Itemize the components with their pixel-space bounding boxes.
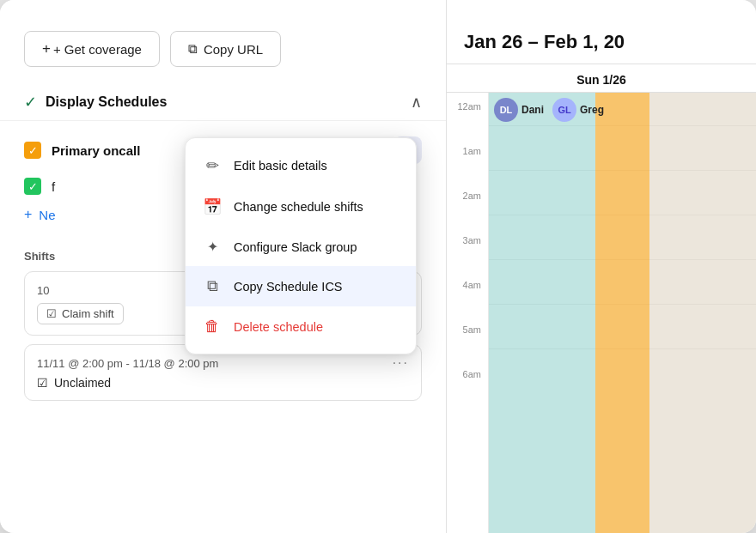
yellow-band [595,93,649,533]
slack-icon: ✦ [203,239,222,255]
menu-item-delete[interactable]: 🗑 Delete schedule [186,306,416,347]
avatar-chip-dl: DL Dani [494,98,544,122]
shift-2-dots[interactable]: ··· [393,355,409,371]
avatar-chip-gl: GL Greg [552,98,604,122]
day-column: DL Dani GL Greg [488,93,756,533]
time-12am: 12am [447,100,488,144]
avatar-dl-name: Dani [521,104,544,116]
copy-url-button[interactable]: ⧉ Copy URL [170,31,281,67]
green-schedule-label: f [52,179,55,194]
avatar-dl: DL [494,98,518,122]
menu-item-slack[interactable]: ✦ Configure Slack group [186,227,416,266]
claim-shift-icon: ☑ [46,307,57,320]
time-2am: 2am [447,189,488,233]
menu-change-shifts-label: Change schedule shifts [234,200,363,214]
oncall-checkbox[interactable]: ✓ [24,142,41,159]
time-4am: 4am [447,278,488,323]
calendar-subheader: Sun 1/26 [447,64,756,93]
display-schedules-label: Display Schedules [46,94,411,110]
time-5am: 5am [447,323,488,367]
oncall-check-icon: ✓ [28,144,38,157]
time-1am: 1am [447,144,488,189]
left-panel: + + Get coverage ⧉ Copy URL ✓ Display Sc… [0,0,447,533]
calendar-title: Jan 26 – Feb 1, 20 [464,31,625,52]
day-column-header: Sun 1/26 [447,73,756,87]
copy-icon: ⧉ [188,41,198,57]
display-schedules-row[interactable]: ✓ Display Schedules ∧ [0,84,446,121]
new-schedule-label: Ne [39,208,55,222]
calendar-icon: 📅 [203,197,222,216]
dropdown-menu: ✏ Edit basic details 📅 Change schedule s… [185,137,417,354]
claim-shift-button[interactable]: ☑ Claim shift [37,303,124,324]
menu-delete-label: Delete schedule [234,320,323,334]
copy-url-label: Copy URL [204,42,263,57]
green-checkbox[interactable]: ✓ [24,178,41,195]
shift-2-date-text: 11/11 @ 2:00 pm - 11/18 @ 2:00 pm [37,357,218,370]
time-3am: 3am [447,233,488,278]
menu-item-copy-ics[interactable]: ⧉ Copy Schedule ICS [186,266,416,306]
shift-2-date: 11/11 @ 2:00 pm - 11/18 @ 2:00 pm ··· [37,355,409,371]
teal-band [489,93,595,533]
day-label: Sun 1/26 [576,73,626,87]
shift-1-date-text: 10 [37,284,49,297]
chevron-up-icon[interactable]: ∧ [411,93,422,112]
menu-copy-ics-label: Copy Schedule ICS [234,280,343,294]
calendar-header: Jan 26 – Feb 1, 20 [447,0,756,64]
plus-icon: + [42,40,51,58]
edit-icon: ✏ [203,156,222,175]
display-schedules-check-icon: ✓ [24,93,37,112]
green-check-icon: ✓ [28,180,38,193]
time-column: 12am 1am 2am 3am 4am 5am 6am [447,93,488,533]
new-plus-icon: + [24,207,32,222]
calendar-body: 12am 1am 2am 3am 4am 5am 6am DL Dani [447,93,756,533]
menu-slack-label: Configure Slack group [234,240,357,254]
toolbar: + + Get coverage ⧉ Copy URL [0,0,446,84]
avatar-gl: GL [552,98,576,122]
unclaimed-label: ☑ Unclaimed [37,376,409,390]
copy-ics-icon: ⧉ [203,277,222,295]
time-6am: 6am [447,367,488,412]
menu-item-change-shifts[interactable]: 📅 Change schedule shifts [186,186,416,227]
menu-item-edit[interactable]: ✏ Edit basic details [186,145,416,186]
avatar-gl-name: Greg [580,104,604,116]
right-panel: Jan 26 – Feb 1, 20 Sun 1/26 12am 1am 2am… [447,0,756,533]
menu-edit-label: Edit basic details [234,159,327,173]
beige-band [649,93,756,533]
get-coverage-button[interactable]: + + Get coverage [24,31,160,67]
get-coverage-label: + Get coverage [53,42,142,57]
delete-icon: 🗑 [203,318,222,336]
unclaimed-icon: ☑ [37,376,48,390]
